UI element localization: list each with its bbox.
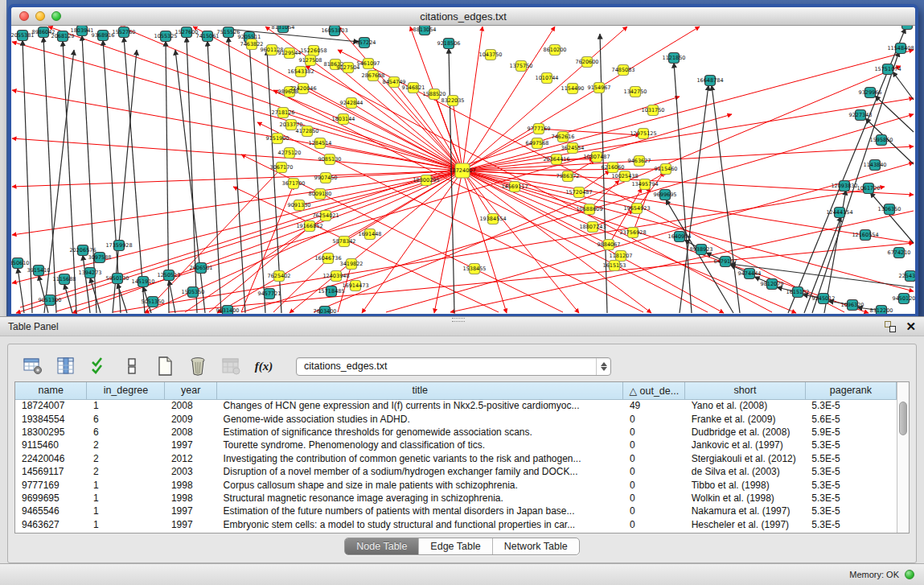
- graph-node[interactable]: 8813054: [413, 26, 437, 35]
- column-header-pagerank[interactable]: pagerank: [805, 382, 896, 399]
- graph-node[interactable]: 9329966: [859, 88, 882, 98]
- graph-node[interactable]: 2145770: [896, 26, 915, 30]
- graph-node[interactable]: 3419822: [340, 259, 363, 270]
- scrollbar-thumb[interactable]: [899, 402, 907, 435]
- graph-node[interactable]: 7857224: [353, 38, 376, 48]
- graph-node[interactable]: 9085130: [318, 154, 342, 165]
- graph-edge[interactable]: [462, 171, 651, 313]
- graph-node[interactable]: 2867608: [362, 71, 385, 81]
- table-row[interactable]: 1872400712008Changes of HCN gene express…: [15, 399, 897, 412]
- graph-node[interactable]: 1691448: [359, 229, 382, 240]
- network-view-window[interactable]: citations_edges.txt 20553818986042206812…: [8, 4, 918, 317]
- delete-trash-icon[interactable]: [187, 356, 208, 377]
- graph-node[interactable]: 1250513: [158, 270, 181, 281]
- graph-node[interactable]: 10688609: [576, 204, 602, 215]
- column-header-short[interactable]: short: [685, 382, 806, 399]
- column-header-title[interactable]: title: [217, 382, 623, 399]
- graph-edge[interactable]: [207, 41, 221, 313]
- graph-node[interactable]: 15751074: [874, 64, 901, 75]
- network-graph[interactable]: 2055381898604220681291803941936891615527…: [11, 26, 915, 314]
- graph-node[interactable]: 1394273: [79, 268, 102, 278]
- table-header-row[interactable]: namein_degreeyeartitle△ out_de...shortpa…: [15, 382, 897, 399]
- graph-node[interactable]: 7620600: [576, 57, 599, 68]
- graph-node[interactable]: 9884067: [598, 240, 621, 250]
- table-row[interactable]: 977716911998Corpus callosum shape and si…: [15, 478, 897, 491]
- graph-node[interactable]: 1031750: [642, 105, 665, 116]
- graph-node[interactable]: 8322035: [441, 96, 465, 106]
- graph-node[interactable]: 8610200: [544, 45, 567, 56]
- graph-node[interactable]: 9368916: [92, 31, 115, 41]
- graph-node[interactable]: 11548408: [887, 43, 914, 54]
- graph-node[interactable]: 1143840: [864, 160, 887, 171]
- graph-node[interactable]: 4275120: [278, 148, 302, 159]
- graph-node[interactable]: 1096320: [841, 300, 864, 311]
- column-header-out-de-[interactable]: △ out_de...: [623, 382, 685, 399]
- graph-edge[interactable]: [63, 41, 76, 313]
- graph-node[interactable]: 16543382: [287, 67, 314, 77]
- graph-node[interactable]: 9151900: [266, 134, 290, 144]
- graph-node[interactable]: 16914473: [342, 281, 368, 291]
- tab-node-table[interactable]: Node Table: [345, 538, 419, 554]
- graph-node[interactable]: 12444154: [826, 208, 852, 218]
- graph-node[interactable]: 1342750: [624, 87, 647, 97]
- graph-node[interactable]: 7603400: [314, 307, 337, 315]
- graph-node[interactable]: 5878342: [333, 237, 356, 247]
- graph-node[interactable]: 1803144: [332, 114, 355, 125]
- graph-edge[interactable]: [893, 72, 914, 100]
- network-window-titlebar[interactable]: citations_edges.txt: [11, 7, 915, 26]
- graph-node[interactable]: 16046736: [314, 253, 341, 264]
- graph-node[interactable]: 7986372: [556, 171, 580, 182]
- graph-node[interactable]: 13495794: [631, 179, 658, 190]
- graph-node[interactable]: 1055325: [154, 31, 178, 42]
- graph-node[interactable]: 1115688: [53, 274, 76, 285]
- column-header-name[interactable]: name: [15, 382, 87, 399]
- graph-node[interactable]: 9463627: [628, 156, 651, 167]
- graph-node[interactable]: 9031400: [216, 306, 240, 315]
- graph-node[interactable]: 19384554: [479, 214, 506, 225]
- table-row[interactable]: 2242004622012Investigating the contribut…: [15, 452, 897, 465]
- graph-node[interactable]: 8938923: [690, 245, 713, 255]
- graph-node[interactable]: 1451910: [132, 277, 155, 287]
- graph-node[interactable]: 12403948: [322, 271, 349, 282]
- graph-node[interactable]: 17359928: [105, 241, 132, 251]
- graph-edge[interactable]: [117, 283, 127, 313]
- tab-network-table[interactable]: Network Table: [493, 538, 579, 554]
- split-divider-grip[interactable]: [452, 318, 465, 322]
- graph-node[interactable]: 5461097: [357, 59, 380, 69]
- graph-node[interactable]: 15720487: [565, 187, 592, 198]
- graph-node[interactable]: 7625402: [268, 271, 291, 282]
- close-panel-icon[interactable]: ✕: [906, 321, 916, 332]
- graph-node[interactable]: 9218506: [437, 39, 461, 49]
- graph-node[interactable]: 23756928: [619, 228, 646, 238]
- graph-edge[interactable]: [18, 268, 24, 313]
- graph-node[interactable]: 9699695: [654, 190, 677, 200]
- graph-node[interactable]: 9777169: [528, 124, 551, 134]
- graph-node[interactable]: 7462616: [552, 132, 575, 142]
- graph-node[interactable]: 1121850: [663, 53, 686, 64]
- graph-node[interactable]: 8131054: [272, 26, 295, 33]
- graph-node[interactable]: 1010744: [536, 73, 559, 84]
- graph-node[interactable]: 1306350: [878, 204, 901, 215]
- graph-node[interactable]: 9154967: [588, 83, 611, 93]
- graph-node[interactable]: 2718126: [272, 108, 295, 118]
- graph-node[interactable]: 1640954: [668, 232, 692, 242]
- graph-node[interactable]: 18300295: [413, 175, 439, 186]
- graph-edge[interactable]: [209, 227, 310, 312]
- table-row[interactable]: 911546021997Tourette syndrome. Phenomeno…: [15, 439, 897, 451]
- graph-node[interactable]: 9146821: [402, 83, 425, 93]
- graph-node[interactable]: 1527600: [175, 27, 199, 38]
- graph-edge[interactable]: [12, 138, 462, 171]
- graph-edge[interactable]: [193, 27, 462, 171]
- table-panel-titlebar[interactable]: Table Panel ✕: [0, 316, 924, 336]
- graph-node[interactable]: 1043750: [479, 50, 503, 60]
- network-canvas[interactable]: 2055381898604220681291803941936891615527…: [11, 26, 915, 314]
- table-selector-dropdown[interactable]: citations_edges.txt: [296, 357, 611, 376]
- graph-node[interactable]: 14569117: [501, 182, 528, 192]
- combo-stepper-icon[interactable]: [596, 358, 610, 375]
- graph-node[interactable]: 1552760: [113, 27, 136, 38]
- graph-node[interactable]: 9115460: [655, 164, 678, 175]
- graph-node[interactable]: 9907450: [314, 173, 338, 183]
- graph-edge[interactable]: [169, 280, 175, 313]
- column-header-in-degree[interactable]: in_degree: [87, 382, 165, 399]
- graph-edge[interactable]: [462, 27, 555, 171]
